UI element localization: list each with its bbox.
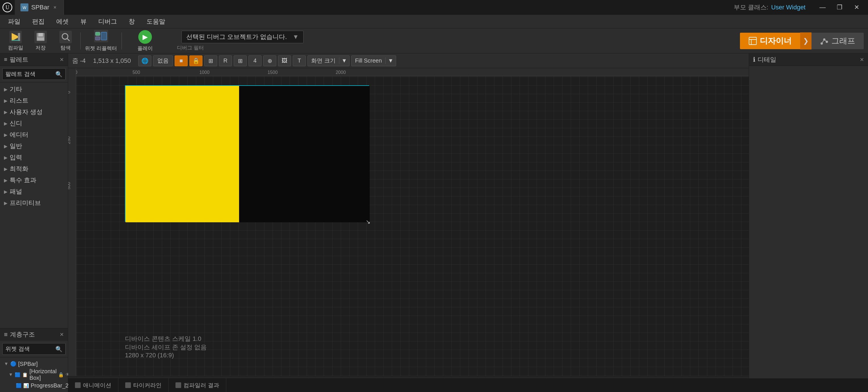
menu-window[interactable]: 창 — [124, 16, 140, 27]
graph-toggle-button[interactable]: 그래프 — [811, 33, 864, 49]
widget-reflector-button[interactable]: 위젯 리플렉터 — [84, 30, 118, 52]
play-icon: ▶ — [138, 30, 152, 44]
tab-close-button[interactable]: × — [52, 4, 58, 10]
menu-edit[interactable]: 편집 — [27, 16, 50, 27]
hierarchy-close-button[interactable]: ✕ — [60, 332, 64, 338]
palette-category-5[interactable]: ▶ 일반 — [0, 140, 68, 152]
grid2-button[interactable]: ⊞ — [234, 55, 247, 66]
compile-button[interactable]: 컴파일 — [4, 30, 27, 52]
orange-button-2[interactable]: 🔒 — [189, 55, 203, 66]
hierarchy-header: ≡ 계층구조 ✕ — [0, 328, 68, 341]
restore-button[interactable]: ❐ — [831, 0, 848, 15]
window-controls: — ❐ ✕ — [814, 0, 868, 15]
category-arrow: ▶ — [4, 121, 7, 126]
debug-filter-arrow: ▼ — [292, 33, 299, 40]
category-arrow: ▶ — [4, 87, 7, 92]
timeline-tab-label: 타이커라인 — [133, 382, 161, 389]
palette-category-10[interactable]: ▶ 프리미티브 — [0, 197, 68, 208]
tree-item-hbox[interactable]: ▼ 🟦 📋 [Horizontal Box] 🔒 👁 — [0, 369, 68, 380]
tab-spbar[interactable]: W SPBar × — [15, 0, 64, 15]
details-header: ℹ 디테일 ✕ — [749, 53, 868, 66]
category-label: 에디터 — [10, 131, 28, 139]
tree-item-progressbar[interactable]: 🟦 📊 ProgressBar_27 🔒 👁 — [0, 380, 68, 391]
category-arrow: ▶ — [4, 109, 7, 115]
svg-rect-12 — [59, 31, 72, 43]
designer-arrow-button[interactable]: ❯ — [800, 32, 811, 50]
screen-size-button[interactable]: 화면 크기 ▼ — [308, 55, 349, 66]
hierarchy-tree: ▼ 🔵 [SPBar] ▼ 🟦 📋 [Horizontal Box] 🔒 👁 � — [0, 357, 68, 392]
r-button[interactable]: R — [219, 55, 232, 66]
ruler-left: 0 250 500 — [68, 68, 76, 376]
palette-category-6[interactable]: ▶ 입력 — [0, 152, 68, 163]
ruler-mark-v-500: 500 — [68, 182, 71, 190]
ruler-mark-2000: 2000 — [336, 70, 346, 75]
svg-rect-17 — [101, 32, 107, 40]
hierarchy-search-container: 위젯 검색 🔍 — [0, 341, 68, 357]
category-arrow: ▶ — [4, 200, 7, 206]
compile-label: 컴파일 — [8, 44, 23, 51]
category-arrow: ▶ — [4, 132, 7, 138]
num-button[interactable]: 4 — [248, 55, 261, 66]
palette-category-7[interactable]: ▶ 최적화 — [0, 163, 68, 174]
hierarchy-icon: ≡ — [4, 331, 8, 338]
browse-button[interactable]: 탐색 — [54, 30, 77, 52]
save-button[interactable]: 저장 — [29, 30, 52, 52]
palette-close-button[interactable]: ✕ — [60, 57, 64, 63]
menu-bar: 파일 편집 에셋 뷰 디버그 창 도움말 — [0, 15, 868, 28]
graph-label: 그래프 — [831, 35, 855, 46]
tree-root-label: [SPBar] — [18, 361, 38, 367]
screen-size-label: 화면 크기 — [308, 57, 339, 64]
bottom-tab-compiler[interactable]: 컴파일러 결과 — [169, 379, 226, 392]
palette-category-4[interactable]: ▶ 에디터 — [0, 129, 68, 140]
canvas-viewport[interactable]: 0 500 1000 1500 2000 0 250 500 ↘ 디바이스 콘텐… — [68, 68, 749, 376]
resize-handle[interactable]: ↘ — [366, 218, 371, 224]
category-label: 프리미티브 — [10, 199, 41, 207]
yellow-widget — [125, 86, 239, 222]
tree-root-icon: 🔵 — [10, 361, 17, 367]
grid-button[interactable]: ⊞ — [204, 55, 217, 66]
palette-search-input[interactable]: 팔레트 검색 🔍 — [2, 68, 66, 80]
menu-view[interactable]: 뷰 — [75, 16, 92, 27]
palette-category-1[interactable]: ▶ 리스트 — [0, 95, 68, 106]
details-close-button[interactable]: ✕ — [860, 57, 864, 63]
designer-toggle-button[interactable]: 디자이너 — [740, 33, 800, 49]
canvas-dimensions: 1,513 x 1,050 — [93, 57, 131, 64]
close-button[interactable]: ✕ — [848, 0, 865, 15]
play-label: 플레이 — [137, 45, 153, 52]
menu-debug[interactable]: 디버그 — [93, 16, 122, 27]
none-button[interactable]: 없음 — [153, 55, 173, 66]
image-button[interactable]: 🖼 — [278, 55, 291, 66]
palette-category-9[interactable]: ▶ 패널 — [0, 186, 68, 197]
title-bar: U W SPBar × 부모 클래스: User Widget — ❐ ✕ — [0, 0, 868, 15]
palette-category-0[interactable]: ▶ 기타 — [0, 84, 68, 95]
menu-help[interactable]: 도움말 — [142, 16, 170, 27]
palette-category-3[interactable]: ▶ 신디 — [0, 118, 68, 129]
menu-asset[interactable]: 에셋 — [51, 16, 74, 27]
progressbar-icon1: 🟦 — [16, 383, 22, 388]
palette-category-8[interactable]: ▶ 특수 효과 — [0, 174, 68, 186]
ruler-mark-v-0: 0 — [68, 91, 71, 93]
minimize-button[interactable]: — — [814, 0, 831, 15]
debug-filter-dropdown[interactable]: 선택된 디버그 오브젝트가 없습니다. ▼ — [181, 31, 304, 43]
bottom-tab-timeline[interactable]: 타이커라인 — [118, 379, 169, 392]
plus-button[interactable]: ⊕ — [263, 55, 276, 66]
palette-title: 팔레트 — [10, 55, 28, 64]
menu-file[interactable]: 파일 — [3, 16, 26, 27]
palette-category-2[interactable]: ▶ 사용자 생성 — [0, 106, 68, 118]
debug-filter-group: 선택된 디버그 오브젝트가 없습니다. ▼ 디버그 필터 — [176, 31, 304, 51]
screen-size-dropdown-arrow: ▼ — [339, 57, 349, 64]
text-button[interactable]: T — [293, 55, 306, 66]
globe-button[interactable]: 🌐 — [138, 55, 151, 66]
tab-label: SPBar — [31, 4, 50, 11]
palette-list: ▶ 기타 ▶ 리스트 ▶ 사용자 생성 ▶ 신디 ▶ 에디터 ▶ 일반 — [0, 82, 68, 328]
fill-screen-button[interactable]: Fill Screen ▼ — [351, 55, 396, 66]
hierarchy-search-input[interactable]: 위젯 검색 🔍 — [2, 343, 66, 355]
widget-reflector-label: 위젯 리플렉터 — [85, 45, 117, 52]
tree-arrow-root: ▼ — [4, 361, 8, 366]
bottom-tab-animation[interactable]: 애니메이션 — [68, 379, 118, 392]
orange-button-1[interactable]: ■ — [175, 55, 188, 66]
palette-header-icon: ≡ — [4, 56, 7, 63]
ruler-mark-500: 500 — [133, 70, 140, 75]
play-button[interactable]: ▶ 플레이 — [125, 30, 165, 52]
tree-item-root[interactable]: ▼ 🔵 [SPBar] — [0, 359, 68, 369]
